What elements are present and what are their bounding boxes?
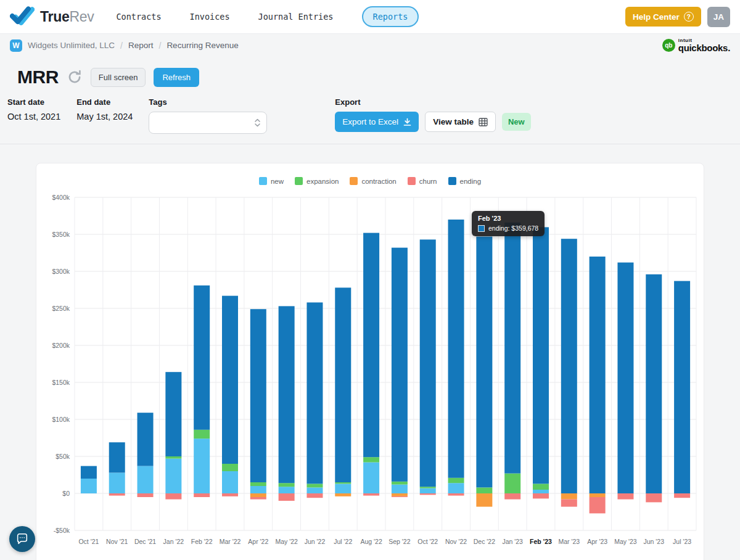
bar-expansion[interactable] [504,474,520,493]
bar-expansion[interactable] [392,482,408,485]
legend-item-expansion[interactable]: expansion [295,177,339,185]
bar-ending[interactable] [335,287,351,482]
bar-ending[interactable] [81,466,97,479]
bar-ending[interactable] [420,239,436,487]
bar-churn[interactable] [420,493,436,495]
bar-new[interactable] [420,488,436,493]
bar-churn[interactable] [533,493,549,498]
bar-churn[interactable] [392,496,408,497]
user-avatar[interactable]: JA [707,7,730,27]
bar-churn[interactable] [363,493,379,496]
bar-new[interactable] [306,487,323,493]
bar-contraction[interactable] [392,493,408,496]
bar-expansion[interactable] [420,487,436,488]
help-center-button[interactable]: Help Center ? [625,7,701,27]
bar-expansion[interactable] [165,456,181,459]
bar-churn[interactable] [306,493,323,498]
bar-expansion[interactable] [222,464,238,471]
legend-item-contraction[interactable]: contraction [350,177,396,185]
bar-contraction[interactable] [590,493,606,497]
bar-new[interactable] [165,459,181,493]
bar-expansion[interactable] [335,482,351,484]
tags-select[interactable] [149,112,267,134]
bar-ending[interactable] [590,257,606,493]
bar-ending[interactable] [222,296,238,464]
bar-ending[interactable] [674,281,690,493]
bar-expansion[interactable] [448,478,464,483]
bar-churn[interactable] [590,497,606,513]
start-date-value[interactable]: Oct 1st, 2021 [7,112,60,121]
bar-expansion[interactable] [194,430,210,439]
bar-churn[interactable] [250,497,266,500]
bar-expansion[interactable] [250,482,266,486]
bar-churn[interactable] [561,500,577,507]
bar-new[interactable] [533,490,549,493]
bar-churn[interactable] [617,493,633,500]
bar-new[interactable] [363,463,379,493]
end-date-value[interactable]: May 1st, 2024 [76,112,133,121]
bar-expansion[interactable] [533,484,549,490]
nav-journal-entries[interactable]: Journal Entries [258,12,334,22]
bar-ending[interactable] [109,442,125,472]
legend-item-new[interactable]: new [259,177,284,185]
bar-contraction[interactable] [561,493,577,500]
bar-churn[interactable] [646,493,662,502]
bar-contraction[interactable] [335,493,351,496]
breadcrumb-report[interactable]: Report [128,41,154,50]
legend-item-ending[interactable]: ending [448,177,482,185]
bar-new[interactable] [194,439,210,493]
bar-ending[interactable] [533,227,549,484]
bar-churn[interactable] [674,493,690,498]
bar-ending[interactable] [306,302,323,484]
reload-icon[interactable] [67,69,83,85]
bar-ending[interactable] [138,413,154,466]
bar-expansion[interactable] [476,487,492,493]
bar-ending[interactable] [448,220,464,478]
bar-new[interactable] [448,483,464,493]
bar-churn[interactable] [109,493,125,496]
bar-ending[interactable] [646,274,662,493]
bar-churn[interactable] [448,493,464,496]
bar-ending[interactable] [617,263,633,493]
bar-expansion[interactable] [306,484,323,487]
bar-ending[interactable] [363,233,379,458]
bar-churn[interactable] [194,493,210,497]
bar-new[interactable] [392,485,408,493]
refresh-button[interactable]: Refresh [154,68,199,87]
bar-new[interactable] [335,484,351,493]
bar-ending[interactable] [504,223,520,474]
bar-ending[interactable] [476,237,492,488]
bar-new[interactable] [138,466,154,493]
bar-churn[interactable] [504,493,520,500]
bar-ending[interactable] [561,239,577,493]
truerev-logo[interactable]: TrueRev [10,6,94,27]
nav-reports-active[interactable]: Reports [362,6,419,27]
bar-new[interactable] [109,472,125,493]
legend-item-churn[interactable]: churn [408,177,437,185]
bar-new[interactable] [81,479,97,493]
bar-expansion[interactable] [279,483,295,487]
fullscreen-button[interactable]: Full screen [91,68,146,87]
breadcrumb-org[interactable]: Widgets Unlimited, LLC [28,41,115,50]
bar-new[interactable] [279,487,295,493]
bar-ending[interactable] [279,306,295,483]
bar-ending[interactable] [392,248,408,482]
nav-contracts[interactable]: Contracts [116,12,161,22]
org-badge-icon[interactable]: W [10,39,22,52]
bar-ending[interactable] [194,286,210,430]
bar-new[interactable] [222,471,238,493]
bar-new[interactable] [250,486,266,493]
bar-ending[interactable] [165,372,181,456]
view-table-button[interactable]: View table [425,112,496,132]
bar-churn[interactable] [279,493,295,501]
chat-launcher-button[interactable] [9,526,35,552]
bar-churn[interactable] [138,493,154,497]
export-to-excel-button[interactable]: Export to Excel [335,112,419,132]
nav-invoices[interactable]: Invoices [190,12,230,22]
bar-churn[interactable] [222,493,238,496]
bar-expansion[interactable] [363,457,379,462]
bar-contraction[interactable] [250,493,266,497]
bar-ending[interactable] [250,309,266,482]
bar-contraction[interactable] [476,493,492,507]
bar-churn[interactable] [165,493,181,500]
